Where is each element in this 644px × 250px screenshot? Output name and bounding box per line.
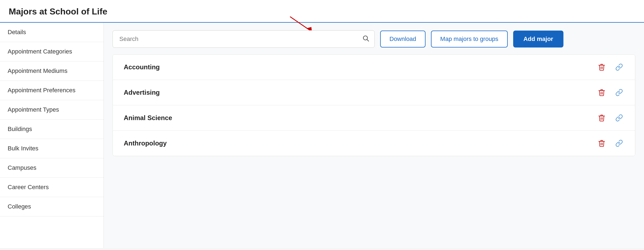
major-name: Animal Science: [124, 114, 172, 122]
toolbar: Download Map majors to groups Add major: [113, 30, 635, 48]
delete-button[interactable]: [597, 138, 607, 148]
sidebar-item-campuses[interactable]: Campuses: [0, 158, 104, 178]
table-row: Animal Science: [113, 105, 635, 131]
delete-button[interactable]: [597, 62, 607, 72]
sidebar-item-label: Campuses: [8, 164, 36, 171]
major-actions: [597, 113, 624, 123]
edit-button[interactable]: [614, 138, 624, 148]
table-row: Advertising: [113, 80, 635, 105]
major-actions: [597, 138, 624, 148]
delete-button[interactable]: [597, 88, 607, 97]
sidebar-item-label: Appointment Types: [8, 106, 59, 113]
sidebar-item-label: Appointment Categories: [8, 48, 72, 55]
sidebar-item-label: Career Centers: [8, 184, 49, 191]
search-input[interactable]: [113, 30, 375, 48]
download-button[interactable]: Download: [380, 31, 426, 47]
sidebar-item-appointment-mediums[interactable]: Appointment Mediums: [0, 61, 104, 81]
page-title: Majors at School of Life: [9, 7, 635, 17]
sidebar-item-label: Buildings: [8, 126, 32, 133]
table-row: Anthropology: [113, 131, 635, 156]
sidebar-item-career-centers[interactable]: Career Centers: [0, 178, 104, 197]
sidebar-item-appointment-types[interactable]: Appointment Types: [0, 100, 104, 120]
majors-list: Accounting: [113, 54, 635, 156]
major-name: Anthropology: [124, 139, 167, 147]
search-icon: [362, 35, 369, 43]
edit-button[interactable]: [614, 88, 624, 97]
edit-button[interactable]: [614, 62, 624, 72]
major-actions: [597, 88, 624, 97]
major-name: Accounting: [124, 63, 160, 71]
sidebar-item-label: Details: [8, 29, 26, 36]
main-layout: Details Appointment Categories Appointme…: [0, 23, 644, 248]
content-area: Download Map majors to groups Add major …: [104, 23, 644, 248]
edit-button[interactable]: [614, 113, 624, 123]
major-actions: [597, 62, 624, 72]
page-header: Majors at School of Life: [0, 0, 644, 23]
sidebar-item-colleges[interactable]: Colleges: [0, 197, 104, 216]
add-major-button[interactable]: Add major: [513, 31, 564, 47]
sidebar-item-label: Appointment Mediums: [8, 67, 67, 75]
table-row: Accounting: [113, 55, 635, 80]
sidebar-item-appointment-preferences[interactable]: Appointment Preferences: [0, 81, 104, 100]
sidebar-item-label: Appointment Preferences: [8, 87, 75, 94]
sidebar-item-appointment-categories[interactable]: Appointment Categories: [0, 42, 104, 61]
sidebar: Details Appointment Categories Appointme…: [0, 23, 104, 248]
sidebar-item-label: Colleges: [8, 203, 31, 210]
sidebar-item-bulk-invites[interactable]: Bulk Invites: [0, 139, 104, 158]
delete-button[interactable]: [597, 113, 607, 123]
major-name: Advertising: [124, 89, 160, 96]
map-majors-button[interactable]: Map majors to groups: [431, 31, 508, 47]
svg-line-3: [367, 40, 369, 41]
sidebar-item-details[interactable]: Details: [0, 23, 104, 42]
sidebar-item-label: Bulk Invites: [8, 145, 39, 152]
search-wrapper: [113, 30, 375, 48]
sidebar-item-buildings[interactable]: Buildings: [0, 120, 104, 139]
